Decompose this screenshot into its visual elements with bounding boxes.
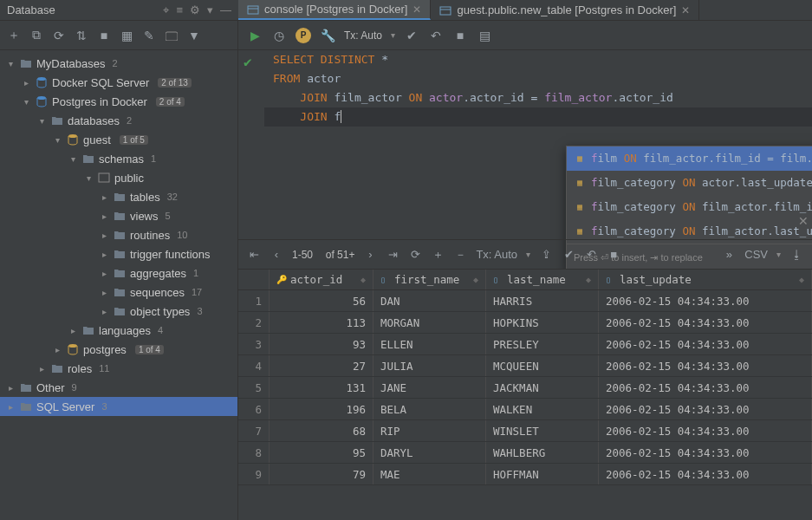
remove-row-icon[interactable]: －: [453, 248, 467, 262]
sort-icon[interactable]: ◆: [799, 275, 804, 284]
tree-node-sequences[interactable]: ▸sequences17: [0, 283, 237, 302]
expand-icon[interactable]: ▾: [5, 59, 16, 68]
split-icon[interactable]: ≡: [176, 3, 183, 17]
page-next-icon[interactable]: ›: [363, 248, 377, 262]
db-upload-icon[interactable]: ⇪: [539, 248, 553, 262]
cell-last_update[interactable]: 2006-02-15 04:34:33.00: [599, 312, 812, 333]
autocomplete-item[interactable]: ▦film_category ON actor.last_update = fi…: [567, 171, 812, 195]
cell-actor_id[interactable]: 56: [270, 290, 374, 311]
expand-icon[interactable]: ▸: [99, 269, 109, 278]
tree-node-object-types[interactable]: ▸object types3: [0, 302, 237, 321]
expand-icon[interactable]: ▸: [99, 250, 109, 259]
add-icon[interactable]: ＋: [7, 29, 21, 42]
cell-last_update[interactable]: 2006-02-15 04:34:33.00: [599, 377, 812, 398]
tree-node-postgres[interactable]: ▸postgres1 of 4: [0, 340, 237, 359]
autocomplete-item[interactable]: ▦film ON film_actor.film_id = film.film_…: [567, 146, 812, 171]
reload-icon[interactable]: ⟳: [408, 248, 422, 262]
cell-last_update[interactable]: 2006-02-15 04:34:33.00: [599, 334, 812, 354]
cell-actor_id[interactable]: 79: [270, 464, 374, 484]
expand-icon[interactable]: ▸: [99, 288, 109, 297]
cell-first_name[interactable]: RIP: [374, 420, 486, 441]
cell-last_update[interactable]: 2006-02-15 04:34:33.00: [599, 399, 812, 419]
tree-node-schemas[interactable]: ▾schemas1: [0, 149, 237, 168]
tree-node-tables[interactable]: ▸tables32: [0, 187, 237, 206]
column-header-first_name[interactable]: ▯first_name◆: [374, 270, 486, 289]
cell-first_name[interactable]: JANE: [374, 377, 486, 398]
page-last-icon[interactable]: ⇥: [386, 248, 400, 262]
cell-last_name[interactable]: WALKEN: [486, 399, 599, 419]
tree-node-routines[interactable]: ▸routines10: [0, 225, 237, 244]
cell-actor_id[interactable]: 131: [270, 377, 374, 398]
close-icon[interactable]: ✕: [681, 4, 690, 16]
sql-icon[interactable]: [165, 29, 179, 42]
expand-icon[interactable]: ▸: [99, 307, 109, 316]
stop-result-icon[interactable]: ■: [607, 248, 620, 262]
tx-mode-label[interactable]: Tx: Auto: [344, 29, 382, 42]
database-tree[interactable]: ▾MyDatabases2▸Docker SQL Server2 of 13▾P…: [0, 50, 237, 520]
cell-first_name[interactable]: MORGAN: [374, 312, 486, 333]
expand-icon[interactable]: ▸: [36, 364, 47, 374]
table-row[interactable]: 6 196 BELA WALKEN 2006-02-15 04:34:33.00: [238, 399, 812, 420]
expand-icon[interactable]: ▸: [99, 231, 109, 240]
cell-actor_id[interactable]: 27: [270, 355, 374, 376]
expand-icon[interactable]: ▾: [68, 154, 78, 164]
close-icon[interactable]: ✕: [798, 214, 809, 228]
results-table[interactable]: 🔑actor_id◆▯first_name◆▯last_name◆▯last_u…: [238, 270, 812, 520]
cell-first_name[interactable]: BELA: [374, 399, 486, 419]
cell-first_name[interactable]: DAN: [374, 290, 486, 311]
cell-last_update[interactable]: 2006-02-15 04:34:33.00: [599, 420, 812, 441]
cell-last_update[interactable]: 2006-02-15 04:34:33.00: [599, 442, 812, 463]
gear-icon[interactable]: ⚙: [190, 3, 200, 17]
chevron-down-icon[interactable]: ▾: [207, 3, 213, 17]
revert-icon[interactable]: ↶: [584, 248, 598, 262]
expand-icon[interactable]: ▾: [21, 97, 31, 107]
cell-last_name[interactable]: HOPKINS: [486, 312, 599, 333]
table-row[interactable]: 2 113 MORGAN HOPKINS 2006-02-15 04:34:33…: [238, 312, 812, 334]
table-icon[interactable]: ▦: [120, 29, 133, 42]
cell-last_name[interactable]: JACKMAN: [486, 377, 599, 398]
expand-icon[interactable]: ▸: [5, 402, 16, 412]
cell-last_update[interactable]: 2006-02-15 04:34:33.00: [599, 355, 812, 376]
column-header-last_name[interactable]: ▯last_name◆: [486, 270, 599, 289]
column-header-actor_id[interactable]: 🔑actor_id◆: [270, 270, 374, 289]
expand-icon[interactable]: ▸: [21, 78, 31, 88]
close-icon[interactable]: ✕: [412, 3, 421, 16]
sql-editor[interactable]: ✔ SELECT DISTINCT * FROM actor JOIN film…: [238, 50, 812, 127]
run-icon[interactable]: ▶: [247, 28, 263, 43]
sync-icon[interactable]: ⇅: [75, 29, 88, 42]
wrench-icon[interactable]: 🔧: [320, 28, 335, 43]
cell-last_update[interactable]: 2006-02-15 04:34:33.00: [599, 464, 812, 484]
minimize-icon[interactable]: —: [220, 3, 231, 17]
rollback-icon[interactable]: ↶: [428, 28, 444, 43]
cell-first_name[interactable]: DARYL: [374, 442, 486, 463]
expand-icon[interactable]: ▸: [52, 345, 62, 354]
commit-icon[interactable]: ✔: [404, 28, 419, 43]
tree-node-Docker-SQL-Server[interactable]: ▸Docker SQL Server2 of 13: [0, 73, 237, 92]
tree-node-roles[interactable]: ▸roles11: [0, 359, 237, 378]
cell-last_name[interactable]: PRESLEY: [486, 334, 599, 354]
tree-node-MyDatabases[interactable]: ▾MyDatabases2: [0, 54, 237, 73]
cell-last_name[interactable]: WINSLET: [486, 420, 599, 441]
cancel-icon[interactable]: ■: [452, 28, 468, 43]
tree-node-SQL-Server[interactable]: ▸SQL Server3: [0, 397, 237, 416]
download-icon[interactable]: ⭳: [789, 248, 803, 262]
tree-node-languages[interactable]: ▸languages4: [0, 321, 237, 340]
add-row-icon[interactable]: ＋: [431, 248, 445, 262]
cell-last_update[interactable]: 2006-02-15 04:34:33.00: [599, 290, 812, 311]
cell-last_name[interactable]: MCQUEEN: [486, 355, 599, 376]
tab-1[interactable]: guest.public.new_table [Postgres in Dock…: [431, 0, 699, 20]
duplicate-icon[interactable]: ⧉: [29, 29, 43, 42]
tree-node-views[interactable]: ▸views5: [0, 206, 237, 225]
tree-node-databases[interactable]: ▾databases2: [0, 111, 237, 130]
sort-icon[interactable]: ◆: [586, 275, 591, 284]
layout-icon[interactable]: ▤: [477, 28, 492, 43]
expand-icon[interactable]: ▾: [52, 135, 62, 145]
export-format[interactable]: CSV: [744, 248, 768, 261]
filter-icon[interactable]: ▼: [187, 29, 201, 42]
table-row[interactable]: 8 95 DARYL WAHLBERG 2006-02-15 04:34:33.…: [238, 442, 812, 464]
history-icon[interactable]: ◷: [271, 28, 287, 43]
expand-icon[interactable]: ▸: [5, 383, 16, 393]
session-badge[interactable]: P: [296, 28, 311, 43]
cell-last_name[interactable]: HARRIS: [486, 290, 599, 311]
cell-actor_id[interactable]: 68: [270, 420, 374, 441]
